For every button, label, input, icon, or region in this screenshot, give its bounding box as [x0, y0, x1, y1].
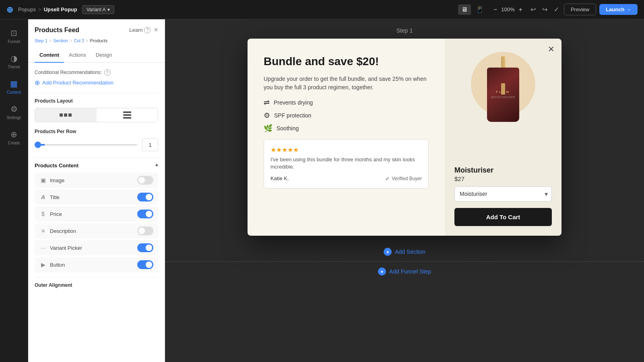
button-icon: ▶: [39, 261, 47, 268]
breadcrumb-parent[interactable]: Popups: [18, 6, 36, 12]
variant-picker-label: Variant Picker: [50, 245, 82, 251]
grid-layout-button[interactable]: [35, 108, 97, 122]
logo-icon: ⊕: [6, 5, 13, 14]
review-author: Katie K.: [270, 175, 289, 181]
sidebar-item-content[interactable]: ▦ Content: [0, 75, 28, 99]
list-lines-icon: [123, 111, 131, 119]
tab-content[interactable]: Content: [35, 48, 64, 63]
popup-left: Bundle and save $20! Upgrade your order …: [248, 39, 445, 236]
redo-button[interactable]: ↪: [541, 4, 549, 15]
add-product-recommendation-button[interactable]: ⊕ Add Product Recommendation: [35, 79, 158, 86]
variant-selector[interactable]: Variant A ▾: [82, 5, 114, 14]
learn-link[interactable]: Learn ?: [129, 27, 151, 33]
zoom-level: 100%: [501, 6, 514, 12]
add-funnel-step-button[interactable]: + Add Funnel Step: [165, 262, 644, 281]
bc-section[interactable]: Section: [53, 38, 68, 43]
conditional-info-icon[interactable]: ?: [104, 69, 111, 76]
product-image-area: FLŌW MOISTURISER: [501, 48, 505, 119]
panel-close-button[interactable]: ×: [154, 26, 158, 34]
mobile-view-button[interactable]: 📱: [473, 4, 487, 15]
description-label-group: ≡ Description: [39, 228, 76, 234]
funnel-icon: ⊡: [10, 28, 17, 38]
check-button[interactable]: ✓: [552, 4, 561, 15]
panel-breadcrumb: Step 1 > Section > Col 2 > Products: [35, 38, 158, 43]
breadcrumb-current[interactable]: Upsell Popup: [44, 6, 77, 12]
title-icon: A: [39, 194, 47, 200]
variant-picker-select[interactable]: Moisturiser: [454, 186, 552, 202]
price-label: Price: [50, 211, 62, 217]
preview-button[interactable]: Preview: [564, 4, 596, 15]
add-section-icon: +: [384, 248, 392, 256]
button-label-group: ▶ Button: [39, 261, 65, 268]
settings-icon: ⚙: [10, 104, 18, 114]
title-toggle[interactable]: [137, 193, 153, 202]
content-label: Content: [7, 90, 21, 95]
desktop-view-button[interactable]: 🖥: [458, 4, 471, 15]
review-stars: ★★★★★: [270, 146, 422, 154]
title-label-group: A Title: [39, 194, 60, 200]
price-toggle-row: $ Price: [35, 206, 158, 222]
launch-button[interactable]: Launch →: [599, 4, 638, 15]
chevron-down-icon: ▾: [155, 162, 158, 169]
panel-title-row: Products Feed Learn ? ×: [35, 26, 158, 34]
zoom-controls: − 100% +: [492, 6, 524, 13]
variant-picker-toggle[interactable]: [137, 243, 153, 252]
add-section-label: Add Section: [395, 249, 425, 255]
zoom-in-button[interactable]: +: [517, 6, 524, 13]
products-per-row-slider[interactable]: [35, 144, 137, 146]
review-card: ★★★★★ I've been using this bundle for th…: [264, 139, 429, 189]
add-to-cart-button[interactable]: Add To Cart: [454, 208, 552, 226]
undo-button[interactable]: ↩: [529, 4, 537, 15]
products-content-header[interactable]: Products Content ▾: [35, 158, 158, 173]
list-layout-button[interactable]: [97, 108, 158, 122]
bc-sep2: >: [70, 38, 72, 43]
sidebar-item-create[interactable]: ⊕ Create: [0, 125, 28, 149]
sidebar-item-funnel[interactable]: ⊡ Funnel: [0, 24, 28, 48]
sidebar-item-settings[interactable]: ⚙ Settings: [0, 100, 28, 124]
title-toggle-slider: [137, 193, 153, 202]
settings-panel: Products Feed Learn ? × Step 1 > Section…: [28, 19, 165, 362]
review-footer: Katie K. ✓ Verified Buyer: [270, 175, 422, 182]
step-label: Step 1: [396, 27, 413, 34]
description-label: Description: [50, 228, 76, 234]
popup-close-button[interactable]: ✕: [545, 43, 557, 55]
tab-actions[interactable]: Actions: [64, 48, 91, 63]
popup-features: ⇌ Prevents drying ⚙ SPF protection 🌿 Soo…: [264, 98, 429, 133]
tab-design[interactable]: Design: [91, 48, 117, 63]
bc-sep3: >: [86, 38, 88, 43]
panel-title: Products Feed: [35, 27, 79, 34]
plus-icon: ⊕: [35, 79, 40, 86]
settings-label: Settings: [6, 115, 21, 120]
add-section-button[interactable]: + Add Section: [165, 242, 644, 261]
bottle-name: MOISTURISER: [491, 95, 515, 99]
canvas-area: Step 1 Bundle and save $20! Upgrade your…: [165, 19, 644, 362]
add-funnel-label: Add Funnel Step: [389, 268, 431, 275]
product-name: Moisturiser: [454, 166, 552, 175]
bc-col[interactable]: Col 2: [74, 38, 84, 43]
sidebar-item-theme[interactable]: ◑ Theme: [0, 49, 28, 73]
products-per-row-control: 1: [35, 138, 158, 151]
popup-title: Bundle and save $20!: [264, 55, 429, 68]
products-per-row-label: Products Per Row: [35, 129, 158, 134]
device-controls: 🖥 📱: [458, 4, 487, 15]
feature-1: ⇌ Prevents drying: [264, 98, 429, 107]
app-logo: ⊕: [6, 5, 13, 14]
zoom-out-button[interactable]: −: [492, 6, 499, 13]
description-toggle[interactable]: [137, 226, 153, 235]
popup-subtitle: Upgrade your order to get the full bundl…: [264, 75, 429, 92]
topbar-actions: ↩ ↪ ✓ Preview Launch →: [529, 4, 638, 15]
bc-step[interactable]: Step 1: [35, 38, 47, 43]
feature-3-icon: 🌿: [264, 124, 272, 133]
button-toggle[interactable]: [137, 260, 153, 269]
bc-current: Products: [90, 38, 107, 43]
image-toggle[interactable]: [137, 176, 153, 185]
price-toggle[interactable]: [137, 210, 153, 218]
products-content-title: Products Content: [35, 162, 78, 169]
description-icon: ≡: [39, 228, 47, 234]
create-icon: ⊕: [10, 130, 17, 139]
title-toggle-row: A Title: [35, 189, 158, 205]
outer-alignment-label: Outer Alignment: [35, 282, 158, 288]
bottle-pump: [501, 83, 505, 95]
description-toggle-slider: [137, 226, 153, 235]
feature-3: 🌿 Soothing: [264, 124, 429, 133]
